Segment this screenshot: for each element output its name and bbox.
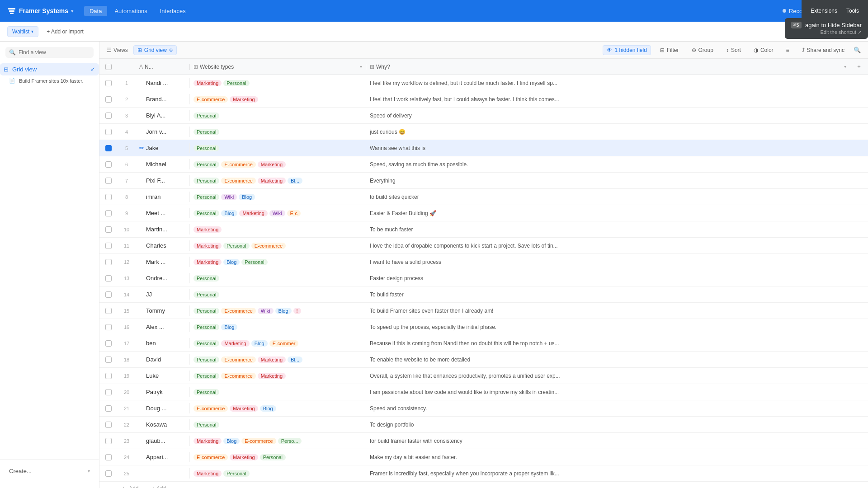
- row-checkbox[interactable]: [105, 113, 112, 119]
- row-checkbox[interactable]: [105, 291, 112, 298]
- row-checkbox[interactable]: [105, 373, 112, 379]
- row-checkbox[interactable]: [105, 243, 112, 249]
- row-name[interactable]: ✏ David: [136, 354, 190, 365]
- row-checkbox[interactable]: [105, 259, 112, 265]
- header-website[interactable]: ⊞ Website types ▾: [190, 64, 366, 70]
- row-checkbox-cell[interactable]: [99, 470, 118, 477]
- row-tags[interactable]: PersonalWikiBlog: [190, 192, 366, 202]
- row-name[interactable]: ✏ Doug ...: [136, 403, 190, 413]
- share-sync-btn[interactable]: ⤴ Share and sync: [798, 46, 848, 55]
- table-row[interactable]: 20 ✏ Patryk Personal I am passionate abo…: [99, 384, 868, 400]
- nav-interfaces[interactable]: Interfaces: [155, 6, 191, 16]
- row-name[interactable]: ✏ Meet ...: [136, 208, 190, 218]
- row-tags[interactable]: MarketingPersonalE-commerce: [190, 241, 366, 251]
- table-row[interactable]: 24 ✏ Appari... E-commerceMarketingPerson…: [99, 449, 868, 465]
- row-tags[interactable]: Personal: [190, 290, 366, 300]
- row-tags[interactable]: PersonalE-commerceMarketingBl...: [190, 355, 366, 365]
- row-checkbox-cell[interactable]: [99, 210, 118, 216]
- row-checkbox-cell[interactable]: [99, 340, 118, 347]
- row-tags[interactable]: MarketingBlogPersonal: [190, 257, 366, 267]
- table-row[interactable]: 13 ✏ Ondre... Personal Faster design pro…: [99, 270, 868, 286]
- row-checkbox[interactable]: [105, 308, 112, 314]
- sidebar-search[interactable]: 🔍: [5, 47, 94, 58]
- add-import-button[interactable]: + Add or import: [42, 27, 88, 37]
- row-name[interactable]: ✏ Mark ...: [136, 257, 190, 267]
- table-row[interactable]: 15 ✏ Tommy PersonalE-commerceWikiBlog! T…: [99, 303, 868, 319]
- row-checkbox[interactable]: [105, 340, 112, 347]
- row-name[interactable]: ✏ glaub...: [136, 436, 190, 446]
- row-checkbox-cell[interactable]: [99, 113, 118, 119]
- chart-btn[interactable]: ≡: [783, 46, 793, 55]
- table-row[interactable]: 1 ✏ Nandi ... MarketingPersonal I feel l…: [99, 75, 868, 91]
- row-tags[interactable]: PersonalBlog: [190, 322, 366, 332]
- table-row[interactable]: 17 ✏ ben PersonalMarketingBlogE-commer B…: [99, 335, 868, 352]
- row-name[interactable]: ✏ Ondre...: [136, 273, 190, 283]
- row-name[interactable]: ✏ Michael: [136, 159, 190, 169]
- table-row[interactable]: 22 ✏ Kosawa Personal To design portfolio: [99, 417, 868, 433]
- row-checkbox-cell[interactable]: [99, 422, 118, 428]
- header-check[interactable]: [99, 64, 118, 70]
- row-checkbox[interactable]: [105, 226, 112, 233]
- sidebar-item-grid-view[interactable]: ⊞ Grid view ✓: [0, 63, 99, 75]
- row-tags[interactable]: PersonalE-commerceMarketingBl...: [190, 176, 366, 186]
- row-checkbox[interactable]: [105, 161, 112, 168]
- color-btn[interactable]: ◑ Color: [750, 46, 777, 55]
- row-name[interactable]: ✏: [136, 468, 190, 479]
- create-button[interactable]: Create... ▾: [5, 465, 94, 477]
- row-name[interactable]: ✏ Tommy: [136, 305, 190, 316]
- row-tags[interactable]: PersonalE-commerceMarketing: [190, 160, 366, 169]
- row-tags[interactable]: Personal: [190, 387, 366, 397]
- row-tags[interactable]: Personal: [190, 111, 366, 121]
- row-name[interactable]: ✏ Jorn v...: [136, 127, 190, 137]
- row-name[interactable]: ✏ ben: [136, 338, 190, 348]
- row-name[interactable]: ✏ Biyi A...: [136, 110, 190, 121]
- row-tags[interactable]: PersonalMarketingBlogE-commer: [190, 338, 366, 348]
- pencil-icon[interactable]: ✏: [139, 145, 144, 151]
- row-name[interactable]: ✏ Jake: [136, 143, 190, 153]
- sort-btn[interactable]: ↕ Sort: [722, 46, 745, 55]
- tooltip-sub[interactable]: Edit the shortcut ↗: [791, 29, 862, 35]
- table-row[interactable]: 18 ✏ David PersonalE-commerceMarketingBl…: [99, 352, 868, 368]
- sidebar-subitem-build[interactable]: 📄 Build Framer sites 10x faster.: [5, 75, 99, 86]
- row-name[interactable]: ✏ Nandi ...: [136, 78, 190, 88]
- row-checkbox[interactable]: [105, 422, 112, 428]
- table-row[interactable]: 10 ✏ Martin... Marketing To be much fast…: [99, 221, 868, 238]
- row-name[interactable]: ✏ Pixi F...: [136, 175, 190, 186]
- row-tags[interactable]: E-commerceMarketingBlog: [190, 404, 366, 413]
- table-row[interactable]: 16 ✏ Alex ... PersonalBlog To speed up t…: [99, 319, 868, 335]
- nav-automations[interactable]: Automations: [109, 6, 152, 16]
- row-checkbox[interactable]: [105, 438, 112, 444]
- row-checkbox[interactable]: [105, 470, 112, 477]
- row-checkbox[interactable]: [105, 178, 112, 184]
- row-checkbox-cell[interactable]: [99, 291, 118, 298]
- table-row[interactable]: 14 ✏ JJ Personal To build faster: [99, 286, 868, 303]
- row-checkbox[interactable]: [105, 275, 112, 282]
- row-checkbox-cell[interactable]: [99, 226, 118, 233]
- row-tags[interactable]: PersonalE-commerceMarketing: [190, 371, 366, 381]
- search-input[interactable]: [19, 49, 90, 56]
- row-checkbox[interactable]: [105, 80, 112, 86]
- row-tags[interactable]: Personal: [190, 420, 366, 430]
- table-row[interactable]: 9 ✏ Meet ... PersonalBlogMarketingWikiE-…: [99, 205, 868, 221]
- brand-dropdown-icon[interactable]: ▾: [71, 9, 73, 14]
- row-tags[interactable]: Personal: [190, 127, 366, 137]
- row-checkbox[interactable]: [105, 96, 112, 103]
- hidden-field-btn[interactable]: 👁 1 hidden field: [603, 45, 651, 55]
- table-row[interactable]: 6 ✏ Michael PersonalE-commerceMarketing …: [99, 156, 868, 173]
- add-col-btn[interactable]: +: [850, 63, 868, 70]
- row-tags[interactable]: Marketing: [190, 225, 366, 235]
- row-tags[interactable]: E-commerceMarketingPersonal: [190, 452, 366, 462]
- nav-data[interactable]: Data: [84, 6, 107, 16]
- row-checkbox-cell[interactable]: [99, 389, 118, 395]
- row-checkbox[interactable]: [105, 324, 112, 330]
- table-row[interactable]: 21 ✏ Doug ... E-commerceMarketingBlog Sp…: [99, 400, 868, 417]
- search-btn[interactable]: 🔍: [854, 47, 861, 53]
- filter-btn[interactable]: ⊟ Filter: [656, 46, 683, 55]
- row-checkbox-cell[interactable]: [99, 259, 118, 265]
- select-all-checkbox[interactable]: [105, 64, 112, 70]
- row-checkbox[interactable]: [105, 210, 112, 216]
- row-name[interactable]: ✏ Luke: [136, 371, 190, 381]
- table-row[interactable]: 4 ✏ Jorn v... Personal just curious 😄: [99, 124, 868, 140]
- row-checkbox[interactable]: [105, 194, 112, 200]
- group-btn[interactable]: ⊜ Group: [688, 46, 717, 55]
